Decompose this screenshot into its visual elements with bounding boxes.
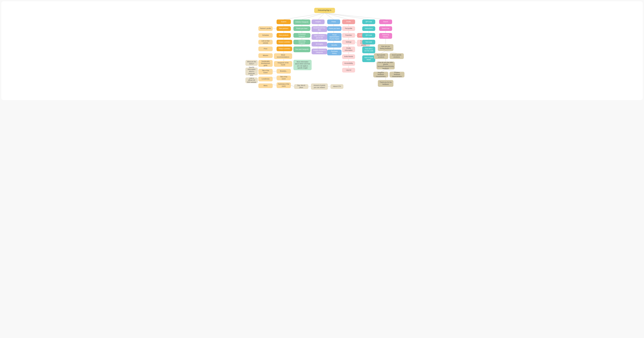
qrcode-top-node: QR Code (362, 20, 375, 24)
thank-you-node: Thank you for the feedback (378, 80, 394, 87)
points-have2-node: Points you have (327, 26, 342, 31)
svg-line-51 (273, 71, 276, 72)
search-top-node: Search (379, 20, 392, 24)
mission-node: Mission (258, 53, 273, 58)
svg-line-1 (302, 13, 324, 20)
mood-recommendations-node: Mood recommendations (274, 53, 292, 59)
full-profile-node: Full profile (342, 26, 355, 31)
new-products-node: New products (276, 33, 291, 38)
positive-feedback-node: Positive feedback characteristics (390, 72, 404, 78)
link-un-node: Link to official UN SDG website (246, 78, 258, 83)
service-feedback-node: How do you feel after specific Service/P… (376, 62, 395, 69)
insights-categories-node: Insights divided in categories (312, 49, 327, 54)
amount-points-node: Amount of points you can redeem (311, 83, 328, 90)
log-out-node: Log out (342, 68, 355, 73)
season-activities-node: Season activities (276, 40, 292, 45)
good-emotions-node: Good specific emotions (390, 53, 404, 59)
instructions-node: Instructions (362, 26, 375, 31)
points-have-node: Points you have (294, 26, 310, 31)
upcoming-hangouts-node: Upcoming hangouts (294, 40, 310, 45)
main-emotions-node: Main emotions you've felt (312, 34, 327, 40)
brands-node: Brand(s)... (276, 69, 291, 74)
more-info-node: More information about where and how you… (294, 60, 312, 70)
all-insights-node: All insights (312, 42, 327, 47)
settings-node: Settings (342, 40, 355, 45)
day-time-node: Day, time & place (294, 84, 308, 89)
feeling-feedback-node: How are you feeling feedback (378, 44, 394, 51)
svg-line-0 (284, 13, 324, 20)
visual-rep-node: Visual representation of your impact (327, 33, 342, 41)
svg-line-36 (355, 42, 357, 43)
title-event2-node: Title of the event (276, 76, 291, 80)
scheduled-hangouts-node: Scheduled hangouts (294, 33, 310, 38)
sustainable-node: Sustainable development goals (258, 60, 273, 67)
insights-node: Insights (312, 20, 324, 24)
search-industry-node: Search by industry (379, 33, 392, 39)
accessibility-node: Accessibility (342, 61, 355, 66)
svg-line-53 (273, 85, 276, 85)
partners-profile-node: Partner's profile (258, 26, 273, 31)
invite-friends-node: Invite friends (342, 54, 355, 59)
root-node: Onboarding/Sign In (314, 8, 335, 13)
link-website-node: Link to their website (258, 40, 273, 45)
purchase-history-node: Purchase history (327, 50, 342, 55)
past-hangouts-node: Your past hangouts (294, 47, 310, 52)
what-sdgs-node: What are the SDGs? (246, 60, 258, 66)
svg-line-6 (324, 13, 386, 20)
svg-line-45 (381, 51, 386, 53)
svg-line-46 (386, 51, 397, 53)
locations-node: Location(s) (258, 77, 273, 81)
svg-line-3 (324, 13, 334, 20)
qrcode2-node: QR Code (362, 33, 375, 38)
title-event-node: Title of the Event (258, 69, 273, 75)
hangouts-month-node: Hangouts of the month (274, 61, 292, 67)
holistico-node: Holistico Hangouts (294, 20, 310, 25)
bad-emotions-node: Bad specific emotions (374, 53, 388, 59)
svg-line-49 (386, 69, 397, 72)
menu-node: Menu (258, 83, 273, 88)
profile-top-node: Profile (342, 20, 355, 24)
points-node: Points (327, 20, 340, 24)
new-partners-node: New partners (276, 26, 291, 31)
week-filter-node: Week/Month/Year filter (312, 26, 327, 32)
todays-activities-node: Today's activities (276, 47, 292, 51)
summary-node: Summary of the event (276, 82, 291, 88)
specific-sdg-node: Specific information about a particular … (246, 68, 258, 75)
apple-wallet-node: Add to Apple Wallet (362, 55, 375, 62)
svg-line-4 (324, 13, 348, 20)
mindmap: Onboarding/Sign In Explore New partners … (246, 5, 398, 96)
negative-feedback-node: Negative feedback characteristics (373, 72, 388, 78)
time-left-node: Time left to use the code (362, 47, 375, 53)
schedule-node: Schedule (258, 33, 273, 38)
favorites-node: Favorites (342, 33, 355, 38)
explore-node: Explore (276, 20, 291, 24)
benefits-node: Benefits (327, 43, 342, 48)
svg-line-48 (381, 69, 386, 72)
text-code-node: Text code (362, 40, 375, 45)
search-bar-node: Search bar (379, 26, 392, 31)
profile-info-node: Profile information (342, 47, 355, 52)
attend-cta-node: Attend CTA (330, 84, 344, 89)
price-node: Price (258, 47, 273, 51)
svg-line-54 (291, 85, 294, 87)
canvas: Onboarding/Sign In Explore New partners … (1, 1, 643, 100)
svg-line-5 (324, 13, 369, 20)
svg-line-2 (318, 13, 324, 20)
